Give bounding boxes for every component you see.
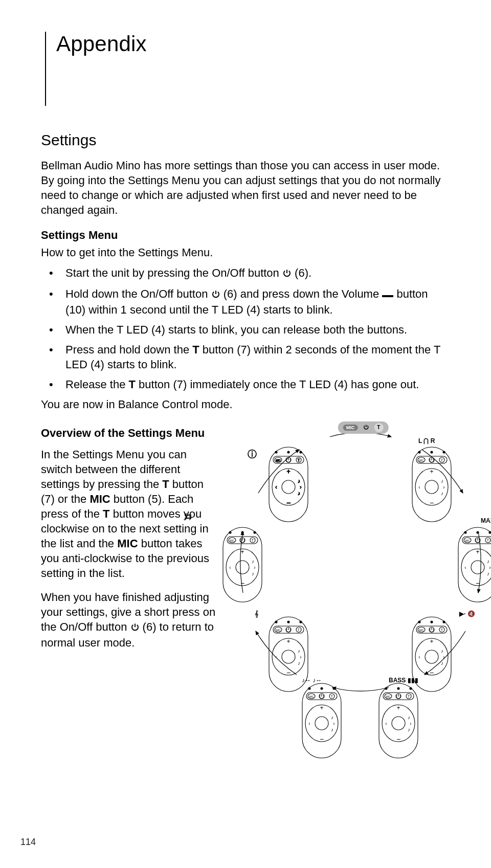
overview-text-column: In the Settings Menu you can switch betw… <box>41 447 220 650</box>
svg-point-75 <box>321 687 323 689</box>
svg-text:♪: ♪ <box>331 715 333 720</box>
svg-text:‹: ‹ <box>229 565 231 570</box>
svg-point-92 <box>275 621 277 623</box>
svg-text:+: + <box>430 638 433 645</box>
overview-block: Overview of the Settings Menu In the Set… <box>41 427 450 650</box>
settings-menu-heading: Settings Menu <box>41 229 450 242</box>
section-heading: Settings <box>41 131 450 149</box>
device-thumbnail <box>409 446 454 523</box>
top-button-pill: MIC T <box>338 421 389 434</box>
svg-point-30 <box>471 561 484 574</box>
svg-point-56 <box>385 687 387 689</box>
svg-text:♪: ♪ <box>408 715 410 720</box>
svg-point-102 <box>282 650 295 663</box>
svg-point-93 <box>287 621 289 623</box>
svg-text:›: › <box>300 484 301 490</box>
svg-text:›: › <box>300 654 301 660</box>
ear-label: 𝄞 <box>255 611 258 617</box>
instruction-item: Start the unit by pressing the On/Off bu… <box>41 265 450 281</box>
svg-point-48 <box>425 650 438 663</box>
svg-point-2 <box>275 451 277 453</box>
svg-text:T: T <box>441 628 443 632</box>
svg-text:−: − <box>286 669 291 677</box>
max-volume-label: MAX 🔊 <box>481 518 491 524</box>
svg-text:‹: ‹ <box>464 565 466 570</box>
svg-text:♪: ♪ <box>252 571 254 576</box>
power-icon <box>363 424 369 431</box>
svg-point-58 <box>410 687 412 689</box>
svg-point-40 <box>443 621 445 623</box>
settings-menu-diagram: MIC T ⓘ ⇆ MICT+−‹›♪♪ MICT+−‹›♪♪ MICT+−‹›… <box>220 421 491 759</box>
svg-point-112 <box>254 531 256 533</box>
device-thumbnail: MICT+−‹›♪♪ <box>455 526 491 603</box>
svg-point-4 <box>300 451 302 453</box>
svg-text:+: + <box>240 548 244 555</box>
tone-label: ♪↔ ♪↔ <box>302 677 322 683</box>
svg-text:MIC: MIC <box>386 695 391 698</box>
pill-mic-label: MIC <box>343 425 358 431</box>
svg-text:♪: ♪ <box>298 648 300 654</box>
svg-text:‹: ‹ <box>275 484 277 490</box>
svg-text:−: − <box>396 735 400 743</box>
svg-point-12 <box>282 480 295 494</box>
svg-rect-0 <box>382 295 393 297</box>
svg-text:T: T <box>487 539 489 542</box>
instruction-item: Hold down the On/Off button (6) and pres… <box>41 286 450 317</box>
svg-text:MIC: MIC <box>309 695 314 698</box>
svg-text:♪: ♪ <box>331 727 333 732</box>
svg-point-84 <box>315 717 328 730</box>
svg-text:+: + <box>476 548 479 555</box>
instruction-item: Press and hold down the T button (7) wit… <box>41 342 450 372</box>
svg-text:T: T <box>298 628 300 632</box>
swap-icon: ⇆ <box>184 511 192 522</box>
minus-icon <box>382 287 393 302</box>
svg-text:♪: ♪ <box>408 727 410 732</box>
device-thumbnail: MICT+−‹›♪♪ <box>220 526 265 603</box>
svg-point-94 <box>300 621 302 623</box>
svg-text:›: › <box>443 654 444 660</box>
svg-point-22 <box>489 531 491 533</box>
svg-text:T: T <box>298 458 300 462</box>
svg-text:‹: ‹ <box>385 721 387 726</box>
svg-point-110 <box>229 531 231 533</box>
instruction-item: When the T LED (4) starts to blink, you … <box>41 322 450 337</box>
svg-text:›: › <box>410 721 411 726</box>
svg-point-66 <box>392 717 405 730</box>
power-icon <box>282 266 292 281</box>
svg-text:−: − <box>286 499 291 507</box>
svg-text:MIC: MIC <box>230 539 235 542</box>
svg-text:♪: ♪ <box>298 491 300 496</box>
svg-text:MIC: MIC <box>419 629 424 632</box>
appendix-title: Appendix <box>56 32 450 56</box>
svg-text:+: + <box>286 468 290 475</box>
svg-text:‹: ‹ <box>308 721 310 726</box>
svg-point-21 <box>477 531 479 533</box>
mute-label: ▶· 🔇 <box>459 611 475 617</box>
svg-text:MIC: MIC <box>276 629 281 632</box>
svg-text:T: T <box>331 695 333 698</box>
svg-text:−: − <box>240 579 244 587</box>
svg-text:♪: ♪ <box>441 648 443 654</box>
svg-text:♪: ♪ <box>441 660 443 666</box>
instruction-item: Release the T button (7) immediately onc… <box>41 377 450 392</box>
overview-paragraph-1: In the Settings Menu you can switch betw… <box>41 447 220 581</box>
info-icon: ⓘ <box>248 448 257 460</box>
svg-text:‹: ‹ <box>418 654 420 660</box>
intro-paragraph: Bellman Audio Mino has more settings tha… <box>41 158 450 217</box>
svg-text:♪: ♪ <box>487 571 489 576</box>
svg-point-20 <box>464 531 466 533</box>
svg-point-111 <box>241 531 243 533</box>
bass-label: BASS ▮▮▮ <box>389 677 418 683</box>
svg-text:♪: ♪ <box>252 559 254 564</box>
svg-point-57 <box>397 687 399 689</box>
svg-point-76 <box>333 687 335 689</box>
title-block: Appendix <box>41 32 450 106</box>
headphones-lr-label: L ⋂ R <box>418 438 435 444</box>
svg-text:MIC: MIC <box>465 539 470 542</box>
svg-text:T: T <box>408 695 410 698</box>
svg-text:T: T <box>252 539 254 542</box>
power-icon <box>211 287 220 302</box>
svg-text:♪: ♪ <box>298 478 300 484</box>
device-thumbnail: MICT+−‹›♪♪ <box>376 682 421 759</box>
svg-text:+: + <box>396 704 400 711</box>
